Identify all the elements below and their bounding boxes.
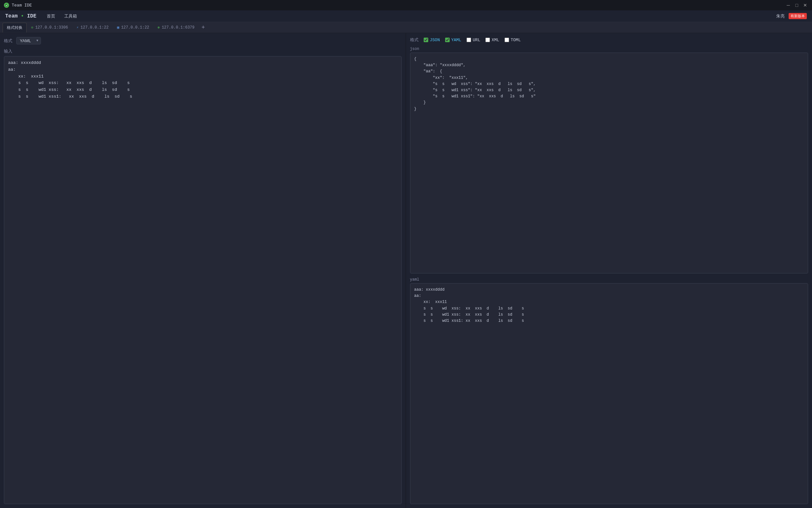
new-version-badge[interactable]: 有新版本 <box>788 13 807 19</box>
title-bar-left: Team IDE <box>4 3 32 8</box>
checkbox-json[interactable]: JSON <box>424 38 440 42</box>
tab-ssh1-icon: ⚡ <box>76 25 79 30</box>
tab-ssh1[interactable]: ⚡ 127.0.0.1:22 <box>72 23 112 33</box>
app-brand: Team • IDE <box>5 13 36 19</box>
menu-bar: Team • IDE 首页 工具箱 朱亮 有新版本 <box>0 10 812 22</box>
checkbox-toml-label: TOML <box>511 38 521 42</box>
json-output-textarea[interactable]: { "aaa": "xxxxdddd", "aa": { "xx": "xxx1… <box>410 52 808 273</box>
menu-bar-right: 朱亮 有新版本 <box>776 13 807 19</box>
left-panel-toolbar: 格式 YAML JSON TOML URL XML ▼ <box>4 37 401 44</box>
right-toolbar: 格式 JSON YAML URL XML <box>410 37 808 43</box>
checkbox-yaml-label: YAML <box>451 38 461 42</box>
checkbox-yaml[interactable]: YAML <box>445 38 461 42</box>
input-textarea[interactable]: aaa: xxxxdddd aa: xx: xxx11 s s wd xss: … <box>4 56 401 504</box>
checkbox-url-label: URL <box>473 38 480 42</box>
maximize-button[interactable]: □ <box>794 2 800 8</box>
close-button[interactable]: ✕ <box>802 2 808 8</box>
checkbox-toml[interactable]: TOML <box>505 38 521 42</box>
checkbox-json-label: JSON <box>430 38 440 42</box>
checkbox-xml-input[interactable] <box>486 38 490 42</box>
tab-mysql[interactable]: ⊙ 127.0.0.1:3306 <box>27 23 72 33</box>
brand-dot: • <box>21 13 24 19</box>
tab-redis-label: 127.0.0.1:6379 <box>162 25 194 30</box>
yaml-output-textarea[interactable]: aaa: xxxxdddd aa: xx: xxx11 s s wd xss: … <box>410 283 808 504</box>
output-section: json { "aaa": "xxxxdddd", "aa": { "xx": … <box>410 47 808 504</box>
menu-home[interactable]: 首页 <box>43 12 59 20</box>
checkbox-json-input[interactable] <box>424 38 428 42</box>
format-checkboxes: JSON YAML URL XML TOML <box>424 38 521 42</box>
json-output-block: json { "aaa": "xxxxdddd", "aa": { "xx": … <box>410 47 808 273</box>
tab-ssh2-icon: ▦ <box>117 25 119 30</box>
tab-ssh2-label: 127.0.0.1:22 <box>121 25 149 30</box>
checkbox-url-input[interactable] <box>467 38 471 42</box>
tab-format-label: 格式转换 <box>7 25 23 31</box>
title-bar-title: Team IDE <box>12 3 32 8</box>
title-bar-controls: ─ □ ✕ <box>785 2 808 8</box>
tab-redis[interactable]: ⊛ 127.0.0.1:6379 <box>154 23 198 33</box>
format-select-wrapper: YAML JSON TOML URL XML ▼ <box>16 37 41 44</box>
tab-mysql-icon: ⊙ <box>31 25 33 30</box>
main-content: 格式 YAML JSON TOML URL XML ▼ 输入 aaa: xxxx… <box>0 33 812 508</box>
tab-format[interactable]: 格式转换 <box>3 23 27 33</box>
yaml-output-block: yaml aaa: xxxxdddd aa: xx: xxx11 s s wd … <box>410 278 808 504</box>
checkbox-xml[interactable]: XML <box>486 38 499 42</box>
checkbox-xml-label: XML <box>492 38 499 42</box>
title-bar: Team IDE ─ □ ✕ <box>0 0 812 10</box>
tab-mysql-label: 127.0.0.1:3306 <box>35 25 68 30</box>
right-panel: 格式 JSON YAML URL XML <box>406 33 812 508</box>
app-icon <box>4 3 9 8</box>
input-label: 输入 <box>4 48 401 54</box>
minimize-button[interactable]: ─ <box>785 2 791 8</box>
tab-redis-icon: ⊛ <box>158 25 160 30</box>
format-label: 格式 <box>4 38 12 44</box>
tab-ssh1-label: 127.0.0.1:22 <box>80 25 109 30</box>
user-name: 朱亮 <box>776 13 785 19</box>
yaml-output-label: yaml <box>410 278 808 282</box>
left-panel: 格式 YAML JSON TOML URL XML ▼ 输入 aaa: xxxx… <box>0 33 406 508</box>
add-tab-button[interactable]: + <box>199 24 207 32</box>
json-output-label: json <box>410 47 808 51</box>
tab-ssh2[interactable]: ▦ 127.0.0.1:22 <box>113 23 153 33</box>
menu-tools[interactable]: 工具箱 <box>61 12 81 20</box>
tab-bar: 格式转换 ⊙ 127.0.0.1:3306 ⚡ 127.0.0.1:22 ▦ 1… <box>0 22 812 33</box>
format-select[interactable]: YAML JSON TOML URL XML <box>16 37 41 44</box>
right-format-label: 格式 <box>410 37 419 43</box>
checkbox-yaml-input[interactable] <box>445 38 450 42</box>
checkbox-url[interactable]: URL <box>467 38 480 42</box>
checkbox-toml-input[interactable] <box>505 38 509 42</box>
